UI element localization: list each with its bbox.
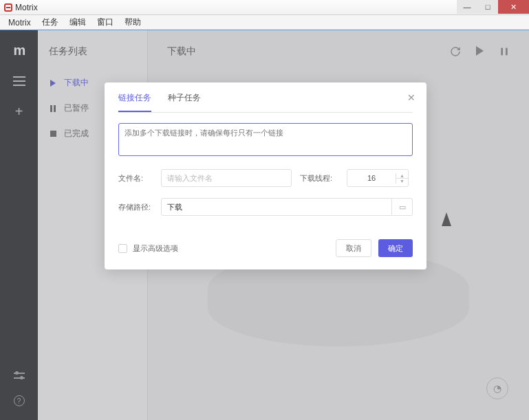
cancel-button[interactable]: 取消 bbox=[336, 239, 371, 257]
tab-torrent-task[interactable]: 种子任务 bbox=[168, 92, 201, 112]
path-input[interactable] bbox=[161, 198, 392, 216]
submit-button[interactable]: 确定 bbox=[378, 239, 413, 257]
threads-down-button[interactable]: ▼ bbox=[396, 179, 408, 184]
window-close-button[interactable]: ✕ bbox=[498, 0, 529, 14]
modal-close-button[interactable]: ✕ bbox=[407, 92, 415, 103]
menu-edit[interactable]: 编辑 bbox=[64, 15, 91, 30]
advanced-checkbox[interactable] bbox=[118, 244, 127, 253]
window-title: Motrix bbox=[15, 3, 38, 12]
window-titlebar: Motrix — □ ✕ bbox=[0, 0, 529, 15]
window-maximize-button[interactable]: □ bbox=[477, 0, 498, 14]
threads-value: 16 bbox=[347, 174, 396, 182]
menu-motrix[interactable]: Motrix bbox=[3, 16, 36, 29]
add-task-modal: 链接任务 种子任务 ✕ 文件名: 下载线程: 16 ▲ ▼ 存储路径: ▭ bbox=[105, 82, 427, 269]
menu-window[interactable]: 窗口 bbox=[91, 15, 119, 30]
menu-help[interactable]: 帮助 bbox=[119, 15, 147, 30]
window-minimize-button[interactable]: — bbox=[457, 0, 477, 14]
url-input[interactable] bbox=[118, 123, 413, 156]
app-icon bbox=[4, 3, 12, 12]
path-label: 存储路径: bbox=[118, 202, 153, 212]
threads-up-button[interactable]: ▲ bbox=[396, 173, 408, 179]
advanced-label: 显示高级选项 bbox=[133, 243, 178, 254]
menu-bar: Motrix 任务 编辑 窗口 帮助 bbox=[0, 15, 529, 30]
browse-folder-button[interactable]: ▭ bbox=[392, 198, 413, 216]
filename-input[interactable] bbox=[161, 169, 292, 187]
tab-link-task[interactable]: 链接任务 bbox=[118, 92, 151, 112]
menu-tasks[interactable]: 任务 bbox=[36, 15, 64, 30]
filename-label: 文件名: bbox=[118, 173, 153, 184]
threads-label: 下载线程: bbox=[300, 173, 338, 184]
threads-stepper[interactable]: 16 ▲ ▼ bbox=[347, 169, 409, 187]
